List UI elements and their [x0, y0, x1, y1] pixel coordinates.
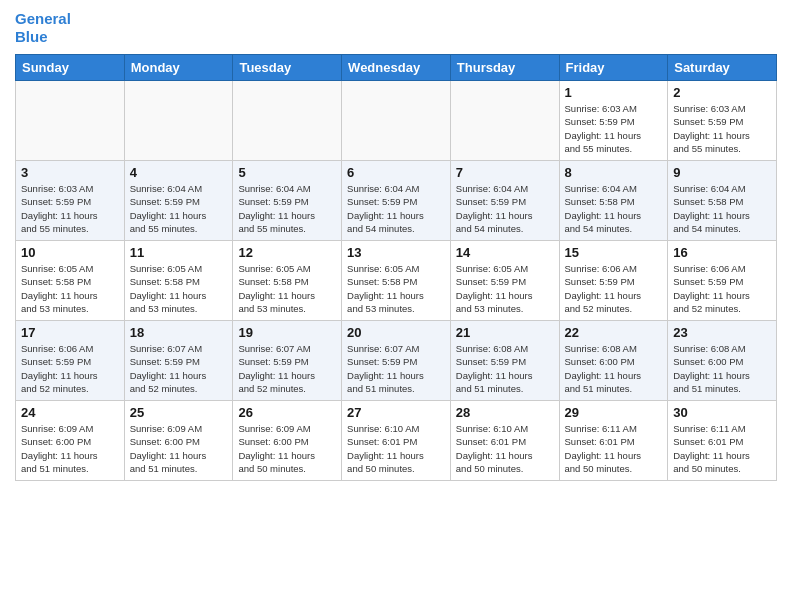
day-cell [450, 81, 559, 161]
day-info: Sunrise: 6:05 AM Sunset: 5:58 PM Dayligh… [347, 262, 445, 315]
day-info: Sunrise: 6:10 AM Sunset: 6:01 PM Dayligh… [456, 422, 554, 475]
weekday-wednesday: Wednesday [342, 55, 451, 81]
day-number: 18 [130, 325, 228, 340]
day-cell: 3Sunrise: 6:03 AM Sunset: 5:59 PM Daylig… [16, 161, 125, 241]
day-number: 6 [347, 165, 445, 180]
day-cell: 4Sunrise: 6:04 AM Sunset: 5:59 PM Daylig… [124, 161, 233, 241]
day-cell: 22Sunrise: 6:08 AM Sunset: 6:00 PM Dayli… [559, 321, 668, 401]
weekday-monday: Monday [124, 55, 233, 81]
logo-text: General Blue [15, 10, 71, 46]
day-number: 8 [565, 165, 663, 180]
day-cell: 8Sunrise: 6:04 AM Sunset: 5:58 PM Daylig… [559, 161, 668, 241]
week-row-3: 10Sunrise: 6:05 AM Sunset: 5:58 PM Dayli… [16, 241, 777, 321]
day-info: Sunrise: 6:04 AM Sunset: 5:58 PM Dayligh… [673, 182, 771, 235]
day-number: 12 [238, 245, 336, 260]
day-number: 11 [130, 245, 228, 260]
day-number: 26 [238, 405, 336, 420]
day-cell: 9Sunrise: 6:04 AM Sunset: 5:58 PM Daylig… [668, 161, 777, 241]
day-number: 30 [673, 405, 771, 420]
day-cell: 6Sunrise: 6:04 AM Sunset: 5:59 PM Daylig… [342, 161, 451, 241]
day-cell: 12Sunrise: 6:05 AM Sunset: 5:58 PM Dayli… [233, 241, 342, 321]
day-cell: 30Sunrise: 6:11 AM Sunset: 6:01 PM Dayli… [668, 401, 777, 481]
day-info: Sunrise: 6:04 AM Sunset: 5:58 PM Dayligh… [565, 182, 663, 235]
day-cell: 20Sunrise: 6:07 AM Sunset: 5:59 PM Dayli… [342, 321, 451, 401]
day-cell: 17Sunrise: 6:06 AM Sunset: 5:59 PM Dayli… [16, 321, 125, 401]
weekday-friday: Friday [559, 55, 668, 81]
day-cell: 24Sunrise: 6:09 AM Sunset: 6:00 PM Dayli… [16, 401, 125, 481]
day-info: Sunrise: 6:10 AM Sunset: 6:01 PM Dayligh… [347, 422, 445, 475]
logo-line1: General [15, 10, 71, 27]
day-info: Sunrise: 6:03 AM Sunset: 5:59 PM Dayligh… [21, 182, 119, 235]
day-number: 19 [238, 325, 336, 340]
day-cell: 15Sunrise: 6:06 AM Sunset: 5:59 PM Dayli… [559, 241, 668, 321]
day-cell: 26Sunrise: 6:09 AM Sunset: 6:00 PM Dayli… [233, 401, 342, 481]
day-number: 3 [21, 165, 119, 180]
day-cell [16, 81, 125, 161]
day-info: Sunrise: 6:03 AM Sunset: 5:59 PM Dayligh… [565, 102, 663, 155]
weekday-sunday: Sunday [16, 55, 125, 81]
day-number: 29 [565, 405, 663, 420]
week-row-2: 3Sunrise: 6:03 AM Sunset: 5:59 PM Daylig… [16, 161, 777, 241]
week-row-4: 17Sunrise: 6:06 AM Sunset: 5:59 PM Dayli… [16, 321, 777, 401]
day-number: 14 [456, 245, 554, 260]
weekday-header-row: SundayMondayTuesdayWednesdayThursdayFrid… [16, 55, 777, 81]
day-info: Sunrise: 6:11 AM Sunset: 6:01 PM Dayligh… [565, 422, 663, 475]
day-number: 17 [21, 325, 119, 340]
header: General Blue [15, 10, 777, 46]
day-cell: 25Sunrise: 6:09 AM Sunset: 6:00 PM Dayli… [124, 401, 233, 481]
day-info: Sunrise: 6:09 AM Sunset: 6:00 PM Dayligh… [130, 422, 228, 475]
day-info: Sunrise: 6:07 AM Sunset: 5:59 PM Dayligh… [130, 342, 228, 395]
day-info: Sunrise: 6:06 AM Sunset: 5:59 PM Dayligh… [565, 262, 663, 315]
day-info: Sunrise: 6:04 AM Sunset: 5:59 PM Dayligh… [347, 182, 445, 235]
day-info: Sunrise: 6:04 AM Sunset: 5:59 PM Dayligh… [130, 182, 228, 235]
day-number: 2 [673, 85, 771, 100]
day-cell: 1Sunrise: 6:03 AM Sunset: 5:59 PM Daylig… [559, 81, 668, 161]
day-cell: 29Sunrise: 6:11 AM Sunset: 6:01 PM Dayli… [559, 401, 668, 481]
day-info: Sunrise: 6:09 AM Sunset: 6:00 PM Dayligh… [238, 422, 336, 475]
day-number: 15 [565, 245, 663, 260]
day-info: Sunrise: 6:09 AM Sunset: 6:00 PM Dayligh… [21, 422, 119, 475]
day-cell: 21Sunrise: 6:08 AM Sunset: 5:59 PM Dayli… [450, 321, 559, 401]
day-info: Sunrise: 6:04 AM Sunset: 5:59 PM Dayligh… [456, 182, 554, 235]
day-cell: 2Sunrise: 6:03 AM Sunset: 5:59 PM Daylig… [668, 81, 777, 161]
logo-line2: Blue [15, 28, 48, 45]
day-cell: 7Sunrise: 6:04 AM Sunset: 5:59 PM Daylig… [450, 161, 559, 241]
day-number: 5 [238, 165, 336, 180]
day-cell: 13Sunrise: 6:05 AM Sunset: 5:58 PM Dayli… [342, 241, 451, 321]
day-cell: 18Sunrise: 6:07 AM Sunset: 5:59 PM Dayli… [124, 321, 233, 401]
day-number: 13 [347, 245, 445, 260]
day-info: Sunrise: 6:05 AM Sunset: 5:58 PM Dayligh… [21, 262, 119, 315]
calendar-table: SundayMondayTuesdayWednesdayThursdayFrid… [15, 54, 777, 481]
day-number: 10 [21, 245, 119, 260]
day-info: Sunrise: 6:08 AM Sunset: 6:00 PM Dayligh… [673, 342, 771, 395]
day-cell: 27Sunrise: 6:10 AM Sunset: 6:01 PM Dayli… [342, 401, 451, 481]
day-info: Sunrise: 6:08 AM Sunset: 5:59 PM Dayligh… [456, 342, 554, 395]
week-row-5: 24Sunrise: 6:09 AM Sunset: 6:00 PM Dayli… [16, 401, 777, 481]
day-info: Sunrise: 6:05 AM Sunset: 5:58 PM Dayligh… [130, 262, 228, 315]
day-number: 20 [347, 325, 445, 340]
day-info: Sunrise: 6:05 AM Sunset: 5:58 PM Dayligh… [238, 262, 336, 315]
day-info: Sunrise: 6:07 AM Sunset: 5:59 PM Dayligh… [238, 342, 336, 395]
day-info: Sunrise: 6:06 AM Sunset: 5:59 PM Dayligh… [21, 342, 119, 395]
day-number: 21 [456, 325, 554, 340]
weekday-thursday: Thursday [450, 55, 559, 81]
day-info: Sunrise: 6:06 AM Sunset: 5:59 PM Dayligh… [673, 262, 771, 315]
day-cell: 14Sunrise: 6:05 AM Sunset: 5:59 PM Dayli… [450, 241, 559, 321]
day-number: 1 [565, 85, 663, 100]
day-number: 4 [130, 165, 228, 180]
weekday-tuesday: Tuesday [233, 55, 342, 81]
day-number: 7 [456, 165, 554, 180]
day-number: 9 [673, 165, 771, 180]
day-info: Sunrise: 6:07 AM Sunset: 5:59 PM Dayligh… [347, 342, 445, 395]
day-cell [124, 81, 233, 161]
day-cell: 16Sunrise: 6:06 AM Sunset: 5:59 PM Dayli… [668, 241, 777, 321]
weekday-saturday: Saturday [668, 55, 777, 81]
page: General Blue SundayMondayTuesdayWednesda… [0, 0, 792, 496]
day-cell: 11Sunrise: 6:05 AM Sunset: 5:58 PM Dayli… [124, 241, 233, 321]
day-number: 16 [673, 245, 771, 260]
week-row-1: 1Sunrise: 6:03 AM Sunset: 5:59 PM Daylig… [16, 81, 777, 161]
day-cell: 10Sunrise: 6:05 AM Sunset: 5:58 PM Dayli… [16, 241, 125, 321]
day-number: 24 [21, 405, 119, 420]
day-number: 28 [456, 405, 554, 420]
day-info: Sunrise: 6:08 AM Sunset: 6:00 PM Dayligh… [565, 342, 663, 395]
